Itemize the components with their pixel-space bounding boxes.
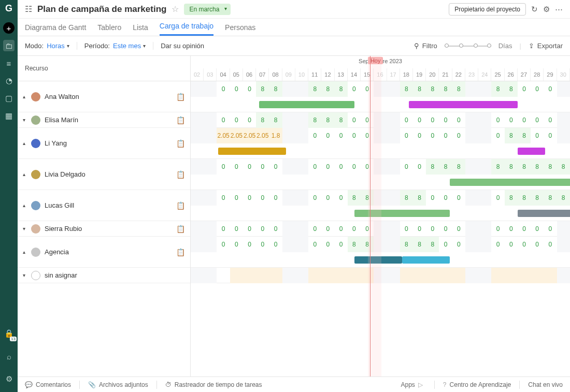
workload-cell[interactable] (191, 268, 204, 283)
live-chat-link[interactable]: Chat en vivo (528, 381, 563, 388)
workload-cell[interactable]: 0 (531, 237, 544, 252)
workload-cell[interactable] (308, 268, 321, 283)
gear-icon[interactable]: ⚙ (543, 5, 550, 14)
workload-cell[interactable] (282, 221, 295, 237)
tab-personas[interactable]: Personas (225, 23, 255, 36)
expand-toggle[interactable]: ▴ (23, 202, 30, 208)
tab-diagrama-de-gantt[interactable]: Diagrama de Gantt (25, 23, 86, 36)
workload-cell[interactable]: 0 (308, 237, 321, 252)
lock-icon[interactable]: 🔒 13 (3, 328, 15, 339)
workload-cell[interactable]: 0 (426, 190, 439, 206)
workload-cell[interactable] (426, 268, 439, 283)
expand-toggle[interactable]: ▾ (23, 226, 30, 231)
workload-cell[interactable] (204, 190, 217, 206)
task-bar[interactable] (518, 148, 545, 155)
workload-cell[interactable] (243, 268, 256, 283)
workload-cell[interactable]: 0 (256, 190, 269, 206)
workload-cell[interactable] (465, 268, 478, 283)
workload-cell[interactable]: 8 (518, 190, 531, 206)
workload-cell[interactable]: 8 (308, 112, 321, 128)
workload-cell[interactable] (204, 128, 217, 143)
workload-cell[interactable] (282, 128, 295, 143)
workload-cell[interactable] (387, 112, 400, 128)
workload-cell[interactable]: 0 (505, 221, 518, 237)
workload-cell[interactable] (295, 190, 308, 206)
workload-cell[interactable] (557, 268, 570, 283)
workload-cell[interactable]: 0 (335, 128, 348, 143)
workload-cell[interactable]: 0 (243, 159, 256, 175)
filter-button[interactable]: ⚲ Filtro (414, 42, 437, 50)
workload-cell[interactable]: 8 (308, 81, 321, 97)
workload-cell[interactable]: 8 (413, 190, 426, 206)
workload-cell[interactable] (478, 112, 491, 128)
workload-cell[interactable]: 0 (243, 221, 256, 237)
workload-cell[interactable]: 0 (217, 237, 230, 252)
workload-cell[interactable]: 8 (413, 81, 426, 97)
add-icon[interactable]: + (3, 22, 15, 34)
workload-cell[interactable]: 0 (400, 128, 413, 143)
workload-cell[interactable]: 0 (491, 190, 504, 206)
workload-cell[interactable]: 0 (544, 221, 557, 237)
workload-cell[interactable] (282, 237, 295, 252)
folder-icon[interactable]: 🗀 (3, 40, 15, 51)
workload-cell[interactable]: 2.05 (243, 128, 256, 143)
workload-cell[interactable]: 0 (452, 221, 465, 237)
workload-cell[interactable] (465, 159, 478, 175)
workload-cell[interactable]: 0 (544, 81, 557, 97)
workload-cell[interactable] (465, 81, 478, 97)
workload-cell[interactable]: 0 (557, 128, 570, 143)
workload-cell[interactable]: 0 (243, 112, 256, 128)
workload-cell[interactable] (465, 112, 478, 128)
workload-cell[interactable]: 0 (230, 112, 243, 128)
history-icon[interactable]: ↻ (531, 5, 538, 14)
task-bar[interactable] (409, 101, 518, 108)
expand-toggle[interactable]: ▴ (23, 171, 30, 177)
workload-cell[interactable]: 0 (321, 128, 334, 143)
workload-cell[interactable]: 0 (230, 81, 243, 97)
task-bar[interactable] (259, 101, 354, 108)
workload-cell[interactable]: 8 (413, 237, 426, 252)
workload-cell[interactable]: 0 (230, 190, 243, 206)
workload-cell[interactable]: 8 (544, 190, 557, 206)
workload-cell[interactable] (282, 159, 295, 175)
resource-name[interactable]: sin asignar (45, 271, 185, 279)
workload-cell[interactable]: 0 (348, 159, 361, 175)
expand-toggle[interactable]: ▴ (23, 140, 30, 146)
workload-cell[interactable] (478, 221, 491, 237)
tab-tablero[interactable]: Tablero (97, 23, 121, 36)
workload-cell[interactable]: 8 (439, 81, 452, 97)
workload-cell[interactable]: 0 (426, 128, 439, 143)
workload-cell[interactable]: 0 (217, 190, 230, 206)
workload-cell[interactable] (191, 159, 204, 175)
workload-cell[interactable]: 2.05 (256, 128, 269, 143)
workload-cell[interactable] (282, 81, 295, 97)
workload-cell[interactable] (387, 237, 400, 252)
workload-cell[interactable]: 0 (531, 112, 544, 128)
workload-cell[interactable]: 0 (400, 112, 413, 128)
workload-cell[interactable]: 0 (400, 221, 413, 237)
workload-cell[interactable] (387, 221, 400, 237)
workload-cell[interactable]: 0 (217, 159, 230, 175)
workload-cell[interactable]: 0 (439, 190, 452, 206)
workload-cell[interactable]: 0 (557, 112, 570, 128)
workload-cell[interactable] (191, 112, 204, 128)
workload-cell[interactable]: 0 (439, 112, 452, 128)
tab-lista[interactable]: Lista (133, 23, 148, 36)
workload-cell[interactable] (230, 268, 243, 283)
workload-cell[interactable] (256, 268, 269, 283)
workload-cell[interactable]: 0 (321, 221, 334, 237)
workload-cell[interactable]: 0 (505, 237, 518, 252)
workload-cell[interactable]: 0 (269, 159, 282, 175)
workload-cell[interactable]: 0 (348, 221, 361, 237)
workload-cell[interactable] (387, 81, 400, 97)
workload-cell[interactable]: 0 (518, 112, 531, 128)
workload-cell[interactable]: 8 (321, 81, 334, 97)
resource-name[interactable]: Lucas Gill (45, 201, 176, 209)
workload-cell[interactable]: 8 (400, 190, 413, 206)
calendar-icon[interactable]: 📋 (176, 93, 185, 101)
workload-cell[interactable] (465, 190, 478, 206)
workload-cell[interactable] (531, 268, 544, 283)
workload-cell[interactable]: 0 (491, 128, 504, 143)
learning-center-link[interactable]: ? Centro de Aprendizaje (443, 381, 511, 388)
workload-cell[interactable]: 0 (269, 190, 282, 206)
